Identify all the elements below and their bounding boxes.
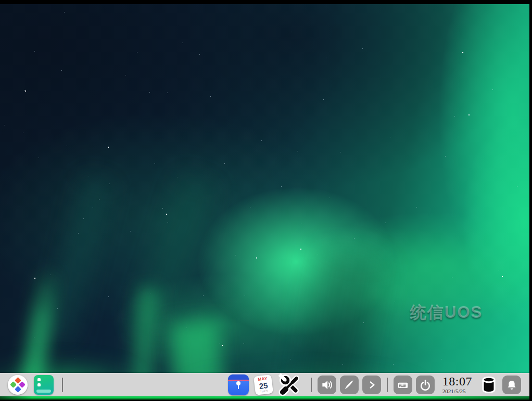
dock-tray-group: 18:07 2021/5/25 <box>309 373 521 396</box>
keyboard-icon <box>396 378 410 392</box>
crossed-tools-icon <box>278 373 301 396</box>
pen-button[interactable] <box>340 376 359 394</box>
file-manager-icon <box>236 381 240 385</box>
launcher-button[interactable] <box>8 375 28 395</box>
power-button[interactable] <box>416 376 435 394</box>
screen: 统信UOS MAY 25 <box>0 0 532 401</box>
calendar-button[interactable]: MAY 25 TUES <box>253 374 273 395</box>
launcher-icon <box>10 381 17 388</box>
tray-separator <box>311 378 312 392</box>
chevron-right-icon <box>365 378 378 392</box>
bell-icon <box>505 378 518 392</box>
launchpad-icon <box>36 390 51 393</box>
trash-icon <box>480 375 498 395</box>
desktop-wallpaper[interactable]: 统信UOS <box>0 4 529 400</box>
launchpad-icon <box>37 378 41 381</box>
clock-time: 18:07 <box>442 375 472 387</box>
launcher-icon <box>15 386 21 393</box>
dock-left-group <box>8 373 65 396</box>
launchpad-button[interactable] <box>34 375 54 395</box>
notifications-button[interactable] <box>502 376 521 394</box>
aurora-streak <box>43 174 113 343</box>
pen-icon <box>343 378 356 392</box>
bright-stars <box>0 4 1 5</box>
clock[interactable]: 18:07 2021/5/25 <box>442 375 472 394</box>
calendar-weekday: TUES <box>260 389 268 393</box>
launcher-icon <box>19 381 26 388</box>
calendar-day: 25 <box>258 381 268 390</box>
file-manager-button[interactable] <box>228 374 249 395</box>
volume-icon <box>320 378 334 392</box>
dock-separator <box>62 378 63 392</box>
tray-expand-button[interactable] <box>362 376 381 394</box>
launchpad-icon <box>37 383 41 386</box>
trash-button[interactable] <box>479 374 499 395</box>
aurora-streak <box>133 174 216 334</box>
volume-button[interactable] <box>318 376 336 394</box>
onscreen-keyboard-button[interactable] <box>394 376 412 394</box>
tray-separator <box>387 378 388 392</box>
dock-app-group: MAY 25 TUES <box>228 373 302 396</box>
control-center-button[interactable] <box>278 373 302 396</box>
power-icon <box>419 378 432 392</box>
file-manager-icon <box>228 374 249 381</box>
clock-date: 2021/5/25 <box>442 389 472 394</box>
uos-watermark: 统信UOS <box>410 302 483 324</box>
taskbar: MAY 25 TUES <box>0 373 529 396</box>
